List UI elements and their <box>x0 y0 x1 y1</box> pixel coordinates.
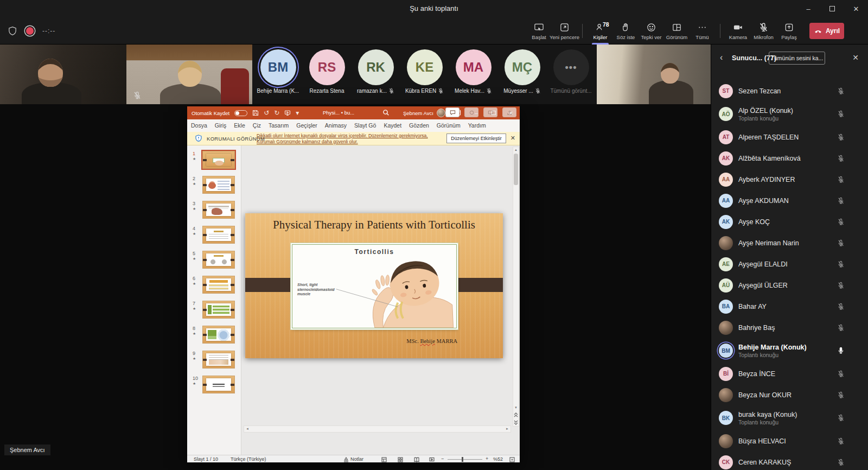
minimize-button[interactable]: – <box>796 0 820 17</box>
horizontal-scrollbar[interactable]: ◄ ► <box>244 425 511 433</box>
language-indicator[interactable]: Türkçe (Türkiye) <box>231 456 266 462</box>
ribbon-tab[interactable]: Gözden <box>405 119 433 132</box>
mic-muted-icon[interactable] <box>837 303 845 310</box>
start-button[interactable]: Başlat <box>526 17 552 45</box>
ribbon-tab[interactable]: Animasy <box>321 119 350 132</box>
autosave-toggle[interactable] <box>234 110 247 116</box>
webcam-video-1[interactable] <box>0 45 126 104</box>
fit-to-window-icon[interactable] <box>509 457 515 462</box>
participant-row[interactable]: Ayşe Neriman Narin <box>711 232 868 253</box>
slide-thumbnail[interactable]: 5 ★ <box>193 251 241 269</box>
scroll-up-arrow[interactable]: ▲ <box>513 147 519 153</box>
mic-muted-icon[interactable] <box>837 324 845 332</box>
video-participant-tile[interactable]: MA Melek Hav... <box>449 45 498 104</box>
video-participant-tile[interactable]: RK ramazan k... <box>352 45 400 104</box>
participant-row[interactable]: AE Ayşegül ELALDI <box>711 253 868 275</box>
ribbon-tab[interactable]: Ekle <box>230 119 248 132</box>
mic-muted-icon[interactable] <box>837 261 845 268</box>
video-participant-tile[interactable]: KE Kübra EREN <box>400 45 449 104</box>
back-chevron-icon[interactable]: ‹ <box>720 53 723 62</box>
react-button[interactable]: Tepki ver <box>639 17 664 45</box>
participant-row[interactable]: AA Ayşe AKDUMAN <box>711 190 868 211</box>
video-participant-tile[interactable]: ••• Tümünü görünt... <box>547 45 596 104</box>
reading-view-icon[interactable] <box>414 457 419 462</box>
slide-thumbnail[interactable]: 7 ★ <box>193 301 241 319</box>
save-icon[interactable] <box>252 110 259 116</box>
mic-muted-icon[interactable] <box>837 218 845 226</box>
participant-row[interactable]: CK Ceren KARAKUŞ <box>711 452 868 470</box>
ribbon-tab[interactable]: Çiz <box>249 119 265 132</box>
video-participant-tile[interactable]: RS Rezarta Stena <box>303 45 352 104</box>
slide-thumbnail[interactable]: 1 ★ <box>193 151 241 169</box>
scroll-left-arrow[interactable]: ◄ <box>244 426 251 432</box>
mic-button[interactable]: Mikrofon <box>751 17 776 45</box>
participant-row[interactable]: BA Bahar AY <box>711 296 868 317</box>
ribbon-tab[interactable]: Kaydet <box>380 119 405 132</box>
mute-all-button[interactable]: Tümünün sesini ka... <box>769 52 825 65</box>
mic-muted-icon[interactable] <box>837 437 845 445</box>
slide-thumbnail[interactable]: 6 ★ <box>193 276 241 294</box>
slide-thumbnail[interactable]: 9 ★ <box>193 351 241 369</box>
camera-button[interactable]: Kamera <box>725 17 751 45</box>
participant-row[interactable]: BM Behije Marra (Konuk) Toplantı konuğu <box>711 338 868 363</box>
next-slide-button[interactable] <box>513 419 519 426</box>
leave-button[interactable]: Ayrıl <box>809 23 844 39</box>
mic-muted-icon[interactable] <box>837 239 845 247</box>
slide-thumbnail[interactable]: 3 ★ <box>193 201 241 219</box>
vertical-scrollbar[interactable]: ▲ ▼ <box>513 147 519 427</box>
share-button[interactable]: Paylaş <box>776 17 802 45</box>
zoom-slider[interactable] <box>448 459 482 460</box>
mic-muted-icon[interactable] <box>837 176 845 183</box>
search-icon[interactable] <box>382 109 390 117</box>
webcam-video-3[interactable] <box>597 45 711 104</box>
ribbon-tab[interactable]: Dosya <box>187 119 211 132</box>
slideshow-view-icon[interactable] <box>429 457 435 462</box>
redo-icon[interactable]: ↻ <box>274 110 279 116</box>
zoom-out-button[interactable]: − <box>441 456 444 461</box>
enable-editing-button[interactable]: Düzenlemeyi Etkinleştir <box>446 134 506 143</box>
participant-row[interactable]: Büşra HELVACI <box>711 430 868 452</box>
scroll-down-arrow[interactable]: ▼ <box>513 405 519 411</box>
ribbon-tab[interactable]: Slayt Gö <box>350 119 380 132</box>
protected-view-message[interactable]: Dikkatli olun! İnternet kaynaklı dosyala… <box>257 133 431 144</box>
mic-muted-icon[interactable] <box>837 87 845 95</box>
participant-row[interactable]: ST Sezen Tezcan <box>711 80 868 101</box>
slide-sorter-icon[interactable] <box>398 457 403 462</box>
ribbon-tab[interactable]: Giriş <box>211 119 231 132</box>
mic-muted-icon[interactable] <box>837 134 845 141</box>
maximize-button[interactable] <box>820 0 844 17</box>
participant-row[interactable]: AÖ Alp ÖZEL (Konuk) Toplantı konuğu <box>711 101 868 126</box>
mic-muted-icon[interactable] <box>837 414 845 422</box>
participant-row[interactable]: Beyza Nur OKUR <box>711 384 868 405</box>
protected-bar-close-icon[interactable]: ✕ <box>510 135 515 142</box>
slide-thumbnail[interactable]: 2 ★ <box>193 176 241 194</box>
slide-thumbnail[interactable]: 4 ★ <box>193 226 241 244</box>
participant-row[interactable]: BK burak kaya (Konuk) Toplantı konuğu <box>711 405 868 430</box>
mic-muted-icon[interactable] <box>837 459 845 466</box>
ribbon-tab[interactable]: Yardım <box>464 119 490 132</box>
view-button[interactable]: Görünüm <box>664 17 690 45</box>
mic-muted-icon[interactable] <box>837 282 845 289</box>
comments-button[interactable] <box>445 107 459 117</box>
ribbon-tab[interactable]: Tasarım <box>265 119 292 132</box>
zoom-slider-knob[interactable] <box>462 457 463 462</box>
participant-row[interactable]: AK Ayşe KOÇ <box>711 211 868 232</box>
mic-muted-icon[interactable] <box>837 370 845 378</box>
zoom-in-button[interactable]: + <box>486 456 488 461</box>
ribbon-tab[interactable]: Geçişler <box>292 119 321 132</box>
participant-row[interactable]: Bahriye Baş <box>711 317 868 338</box>
participant-row[interactable]: AÜ Ayşegül ÜLGER <box>711 275 868 296</box>
video-participant-tile[interactable]: BM Behije Marra (K... <box>254 45 303 104</box>
participant-row[interactable]: AA Ayberk AYDINYER <box>711 169 868 190</box>
scroll-right-arrow[interactable]: ► <box>504 426 510 432</box>
mic-on-icon[interactable] <box>837 347 845 354</box>
webcam-video-2[interactable] <box>126 45 252 104</box>
account-area[interactable]: Şebnem Avcı <box>403 106 445 119</box>
panel-close-icon[interactable]: ✕ <box>852 53 859 62</box>
mic-muted-icon[interactable] <box>837 110 845 118</box>
slide-thumbnail[interactable]: 10 ★ <box>193 376 241 393</box>
new-window-button[interactable]: Yeni pencere <box>552 17 577 45</box>
notes-icon[interactable] <box>343 457 349 462</box>
mic-muted-icon[interactable] <box>837 155 845 162</box>
close-button[interactable]: ✕ <box>844 0 868 17</box>
